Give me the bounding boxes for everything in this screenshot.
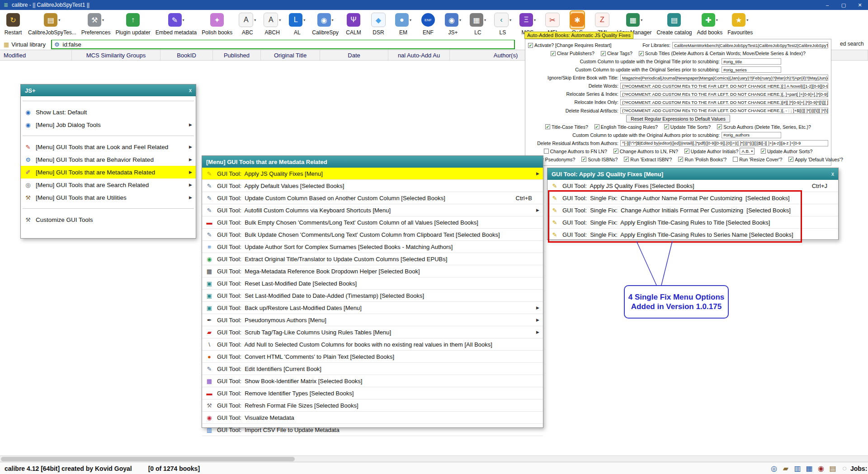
jobs-indicator[interactable]: Jobs: 0 (850, 465, 868, 472)
checkbox-option-title-case-titles[interactable]: ✔Title-Case Titles? (545, 124, 588, 130)
settings-field-input[interactable]: #orig_series (722, 66, 781, 73)
checked-checkbox[interactable]: ✔ (761, 149, 766, 154)
dropdown-arrow-icon[interactable]: ▾ (58, 18, 60, 22)
status-tag-icon[interactable]: ▰ (782, 464, 790, 473)
checked-checkbox[interactable]: ✔ (528, 43, 533, 48)
menu-item-gui-tool-scrub-tag-tag-like-columns-usin[interactable]: ▰GUI Tool: Scrub Tag/Tag-Like Columns Us… (202, 326, 543, 338)
toolbar-icon-wrap[interactable]: ↻ (6, 11, 20, 28)
scrollbar-thumb[interactable] (1, 457, 295, 461)
gear-icon[interactable]: ⚙ (54, 41, 60, 48)
toolbar-icon-wrap[interactable]: ◉▾ (445, 11, 461, 28)
toolbar-icon-wrap[interactable]: ▦▾ (626, 11, 642, 28)
checkbox-option-run-resize-cover[interactable]: Run 'Resize Cover'? (733, 157, 782, 162)
checkbox-option-scrub-isbns[interactable]: ✔Scrub ISBNs? (581, 157, 618, 162)
toolbar-item-enf[interactable]: ENFENF (416, 11, 440, 36)
menu-item-gui-tool-set-last-modified-date-to-date-[interactable]: ▣GUI Tool: Set Last-Modified Date to Dat… (202, 290, 543, 302)
toolbar-icon-wrap[interactable]: ✦ (210, 11, 224, 28)
menu-item-gui-tool-show-book-identifier-matrix-sel[interactable]: ▦GUI Tool: Show Book-Identifier Matrix [… (202, 375, 543, 387)
virtual-library-button[interactable]: ▦ Virtual library (2, 41, 47, 48)
horizontal-scrollbar[interactable] (0, 455, 868, 462)
checked-checkbox[interactable]: ✔ (594, 124, 599, 129)
toolbar-item-restart[interactable]: ↻Restart (1, 11, 25, 36)
toolbar-item-add-books[interactable]: ✚▾Add books (695, 11, 725, 36)
status-chart-icon[interactable]: ▥ (793, 464, 802, 473)
menu-item-gui-tool-single-fix-apply-english-title-[interactable]: ✎GUI Tool: Single Fix: Apply English Tit… (547, 229, 838, 241)
toolbar-icon-wrap[interactable]: ✚▾ (702, 11, 718, 28)
for-libraries-input[interactable]: CalibreMainWorkbench|CalibreJobSpyTest1|… (672, 42, 828, 48)
checked-checkbox[interactable]: ✔ (545, 124, 550, 129)
menu-item-gui-tool-edit-identifiers-current-book[interactable]: ✎GUI Tool: Edit Identifiers [Current Boo… (202, 363, 543, 375)
column-header-nal-auto-add-au[interactable]: nal Auto-Add Au (388, 50, 450, 60)
toolbar-item-embed-metadata[interactable]: ✎▾Embed metadata (153, 11, 199, 36)
minimize-button[interactable]: – (819, 0, 835, 10)
checked-checkbox[interactable]: ✔ (551, 51, 556, 56)
menu-item-gui-tool-autofill-custom-columns-via-key[interactable]: ✎GUI Tool: Autofill Custom Columns via K… (202, 204, 543, 216)
toolbar-item-al[interactable]: L▾AL (285, 11, 309, 36)
toolbar-item-em[interactable]: ●▾EM (391, 11, 415, 36)
menu-item-gui-tool-back-up-restore-last-modified-d[interactable]: ▣GUI Tool: Back up/Restore Last-Modified… (202, 302, 543, 314)
close-icon[interactable]: x (189, 87, 192, 94)
toolbar-icon-wrap[interactable]: ◉▾ (317, 11, 334, 28)
dropdown-arrow-icon[interactable]: ▾ (716, 18, 718, 22)
checked-checkbox[interactable]: ✔ (788, 157, 793, 162)
checkbox-option-scrub-authors-delete-title-ser[interactable]: ✔Scrub Authors (Delete Title, Series, Et… (717, 124, 811, 130)
search-input[interactable]: ⚙ id:false (51, 39, 515, 49)
menu-item-gui-tool-visualize-metadata[interactable]: ◉GUI Tool: Visualize Metadata (202, 412, 543, 424)
close-button[interactable]: ✕ (852, 0, 868, 10)
toolbar-icon-wrap[interactable]: ENF (421, 11, 435, 28)
column-header-date[interactable]: Date (320, 50, 388, 60)
dropdown-arrow-icon[interactable]: ▾ (102, 18, 104, 22)
status-search-icon[interactable]: ◎ (770, 464, 778, 473)
toolbar-item-polish-books[interactable]: ✦Polish books (199, 11, 235, 36)
checkbox-option-scrub-titles-delete-authors-ce[interactable]: ✔Scrub Titles (Delete Authors & Certain … (639, 51, 806, 56)
dropdown-arrow-icon[interactable]: ▾ (459, 18, 461, 22)
reset-regex-button[interactable]: Reset Regular Expressions to Default Val… (626, 115, 730, 122)
unchecked-checkbox[interactable] (544, 149, 549, 154)
toolbar-icon-wrap[interactable]: ✎▾ (168, 11, 184, 28)
menu-item-gui-tool-remove-identifier-types-selecte[interactable]: ▬GUI Tool: Remove Identifier Types [Sele… (202, 387, 543, 399)
menu-item-gui-tool-single-fix-change-author-name-f[interactable]: ✎GUI Tool: Single Fix: Change Author Nam… (547, 192, 838, 204)
toolbar-icon-wrap[interactable]: ▤▾ (44, 11, 60, 28)
menu-item-gui-tool-apply-js-quality-fixes-menu[interactable]: ✎GUI Tool: Apply JS Quality Fixes [Menu]… (202, 168, 543, 180)
menu-item-gui-tool-update-custom-column-based-on-a[interactable]: ✎GUI Tool: Update Custom Column Based on… (202, 192, 543, 204)
dropdown-arrow-icon[interactable]: ▾ (332, 18, 334, 22)
column-header-original-title[interactable]: Original Title (261, 50, 320, 60)
menu-item-gui-tool-refresh-format-file-sizes-selec[interactable]: ⚒GUI Tool: Refresh Format File Sizes [Se… (202, 399, 543, 412)
toolbar-icon-wrap[interactable]: ✱ (571, 11, 584, 28)
checked-checkbox[interactable]: ✔ (684, 149, 689, 154)
dropdown-arrow-icon[interactable]: ▾ (410, 18, 411, 22)
settings-field-input[interactable]: #orig_authors (722, 132, 781, 138)
checked-checkbox[interactable]: ✔ (664, 124, 669, 129)
dropdown-arrow-icon[interactable]: ▾ (484, 18, 486, 22)
menu-item-gui-tool-pseudonymous-authors-menu[interactable]: ✒GUI Tool: Pseudonymous Authors [Menu]▶ (202, 314, 543, 326)
status-grid-icon[interactable]: ▦ (805, 464, 813, 473)
menu-item-gui-tool-bulk-empty-chosen-comments-long[interactable]: ▬GUI Tool: Bulk Empty Chosen 'Comments/L… (202, 216, 543, 229)
checked-checkbox[interactable]: ✔ (613, 149, 618, 154)
checkbox-option-update-author-initials[interactable]: ✔Update Author Initials?A.B.▾ (684, 148, 755, 155)
checkbox-option-apply-default-values[interactable]: ✔Apply 'Default Values'? (788, 157, 843, 162)
column-header-mcs-similarity-groups[interactable]: MCS Similarity Groups (72, 50, 160, 60)
toolbar-icon-wrap[interactable]: A▾ (264, 11, 281, 28)
settings-field-input[interactable]: #orig_title (722, 58, 781, 65)
maximize-button[interactable]: ▢ (835, 0, 852, 10)
toolbar-icon-wrap[interactable]: ↑ (126, 11, 140, 28)
checked-checkbox[interactable]: ✔ (639, 51, 644, 56)
menu-item-gui-tool-convert-html-comments-to-plain-[interactable]: ●GUI Tool: Convert HTML 'Comments' to Pl… (202, 351, 543, 363)
checked-checkbox[interactable]: ✔ (678, 157, 683, 162)
settings-field-input[interactable]: (?#COMMENT: ADD CUSTOM REs TO THE FAR LE… (620, 108, 828, 114)
toolbar-item-abch[interactable]: A▾ABCH (260, 11, 284, 36)
column-header-published[interactable]: Published (213, 50, 261, 60)
menu-item-menu-gui-tools-that-are-utilities[interactable]: ⚒[Menu] GUI Tools that are Utilities▶ (21, 191, 196, 204)
checked-checkbox[interactable]: ✔ (624, 157, 629, 162)
checkbox-option-update-title-sorts[interactable]: ✔Update Title Sorts? (664, 124, 711, 130)
menu-item-gui-tool-single-fix-change-author-initia[interactable]: ✎GUI Tool: Single Fix: Change Author Ini… (547, 204, 838, 216)
toolbar-item-preferences[interactable]: ⚒▾Preferences (79, 11, 113, 36)
toolbar-item-ls[interactable]: ‹▾LS (491, 11, 515, 36)
toolbar-icon-wrap[interactable]: Ξ▾ (519, 11, 536, 28)
status-eye-icon[interactable]: ◉ (817, 464, 825, 473)
menu-item-menu-gui-tools-that-are-metadata-related[interactable]: ✐[Menu] GUI Tools that are Metadata Rela… (21, 166, 196, 178)
toolbar-icon-wrap[interactable]: ▦▾ (470, 11, 486, 28)
toolbar-icon-wrap[interactable]: ◆ (371, 11, 386, 28)
menu-item-gui-tool-add-null-to-selected-custom-col[interactable]: \GUI Tool: Add Null to Selected Custom C… (202, 338, 543, 351)
toolbar-icon-wrap[interactable]: ●▾ (395, 11, 411, 28)
